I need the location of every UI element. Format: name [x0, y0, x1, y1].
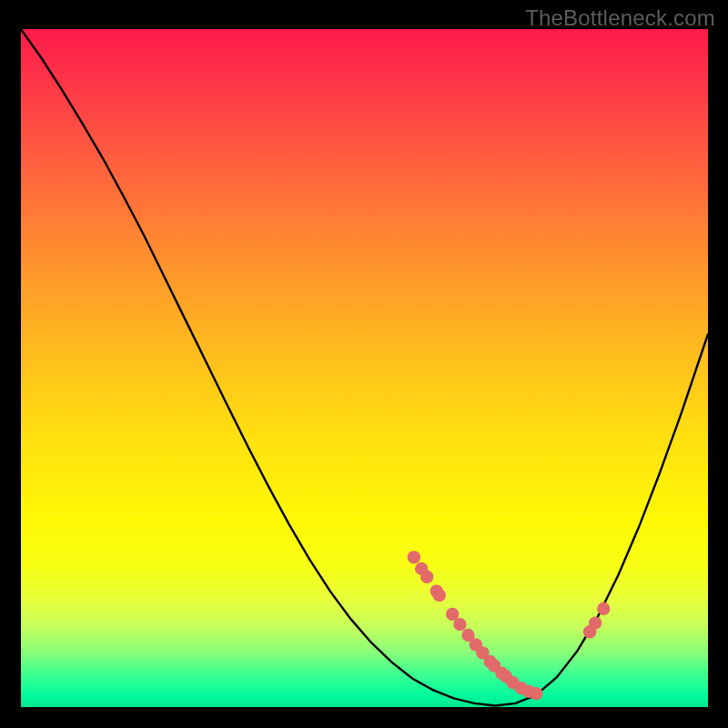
- chart-marker: [589, 616, 602, 629]
- chart-marker: [408, 551, 420, 563]
- chart-svg: [21, 29, 708, 707]
- watermark-text: TheBottleneck.com: [525, 5, 715, 31]
- chart-marker: [453, 618, 466, 631]
- chart-marker: [433, 589, 446, 602]
- chart-marker: [420, 571, 433, 583]
- chart-plot-area: [21, 29, 708, 707]
- chart-markers: [408, 551, 611, 700]
- chart-frame: TheBottleneck.com: [0, 0, 728, 728]
- chart-marker: [530, 687, 542, 700]
- chart-marker: [597, 602, 610, 615]
